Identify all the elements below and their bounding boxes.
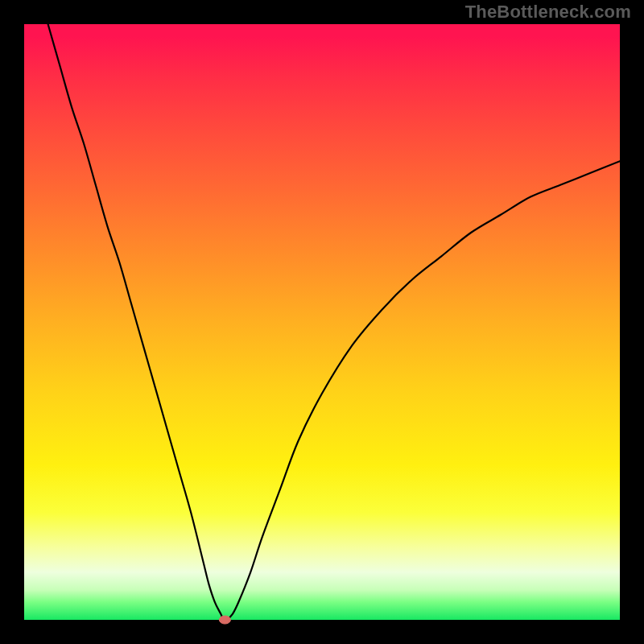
watermark-text: TheBottleneck.com <box>465 2 631 23</box>
plot-area <box>24 24 620 620</box>
bottleneck-curve <box>48 24 620 621</box>
chart-frame: TheBottleneck.com <box>0 0 644 644</box>
minimum-marker <box>219 616 230 624</box>
curve-svg <box>24 24 620 620</box>
